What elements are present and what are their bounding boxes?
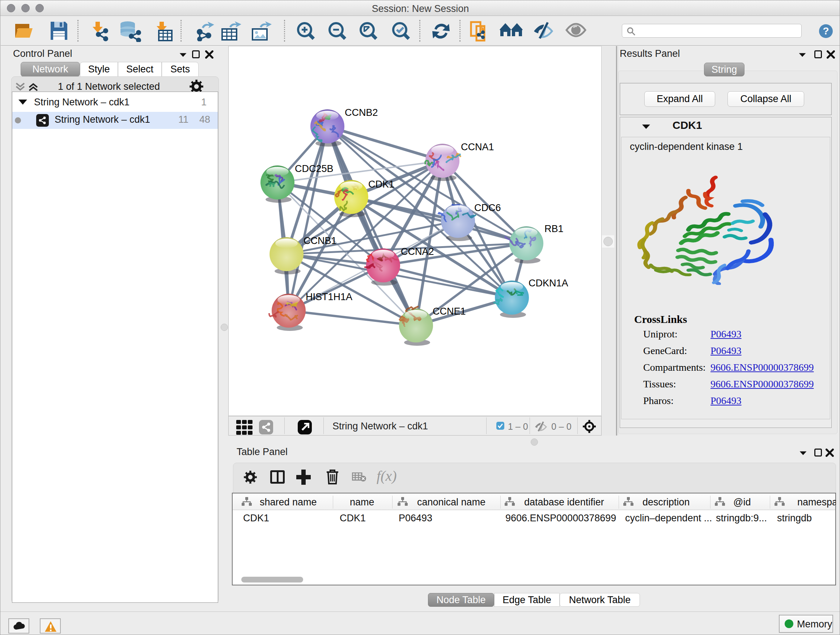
svg-text:CCNA2: CCNA2 xyxy=(401,246,434,257)
svg-text:CDC6: CDC6 xyxy=(474,203,501,213)
svg-text:CCNE1: CCNE1 xyxy=(433,306,466,317)
svg-text:CDKN1A: CDKN1A xyxy=(529,278,568,288)
svg-text:CDC25B: CDC25B xyxy=(295,163,333,174)
svg-text:CCNB2: CCNB2 xyxy=(345,107,378,118)
svg-text:CDK1: CDK1 xyxy=(368,179,394,190)
svg-text:CCNB1: CCNB1 xyxy=(303,235,337,246)
svg-text:HIST1H1A: HIST1H1A xyxy=(306,291,352,302)
svg-text:RB1: RB1 xyxy=(545,223,564,234)
svg-text:CCNA1: CCNA1 xyxy=(461,141,494,152)
svg-text:?: ? xyxy=(823,25,829,36)
